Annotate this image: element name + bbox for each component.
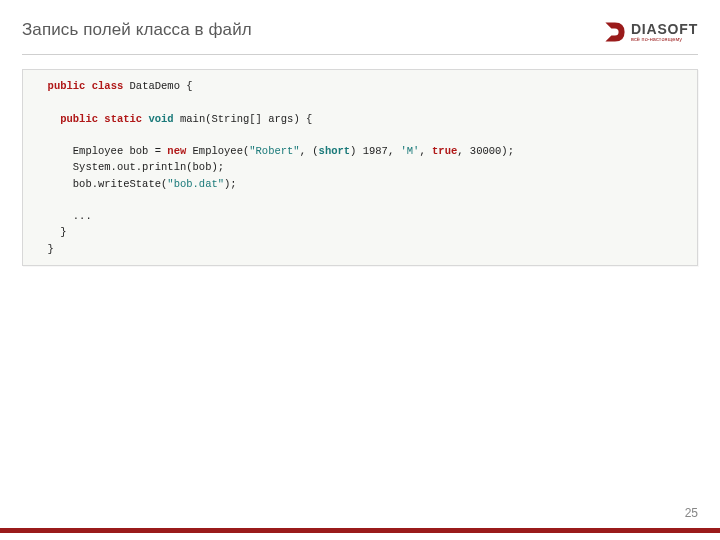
code-text: } bbox=[60, 226, 66, 238]
code-text: ) 1987, bbox=[350, 145, 400, 157]
keyword: true bbox=[432, 145, 457, 157]
code-text: , ( bbox=[300, 145, 319, 157]
header-divider bbox=[22, 54, 698, 55]
code-block: public class DataDemo { public static vo… bbox=[22, 69, 698, 266]
code-text: Employee bob = bbox=[73, 145, 168, 157]
code-text: main(String[] args) { bbox=[174, 113, 313, 125]
bottom-edge bbox=[0, 533, 720, 540]
slide-title: Запись полей класса в файл bbox=[22, 20, 252, 40]
keyword: public bbox=[60, 113, 98, 125]
code-text: Employee( bbox=[186, 145, 249, 157]
header: Запись полей класса в файл DIASOFT всё п… bbox=[0, 0, 720, 52]
string-literal: "Robert" bbox=[249, 145, 299, 157]
keyword: new bbox=[167, 145, 186, 157]
char-literal: 'M' bbox=[401, 145, 420, 157]
keyword: class bbox=[92, 80, 124, 92]
logo-subtext: всё по-настоящему bbox=[631, 37, 698, 43]
code-text: System.out.println(bob); bbox=[73, 161, 224, 173]
logo-mark-icon bbox=[603, 20, 627, 44]
page-number: 25 bbox=[685, 506, 698, 520]
string-literal: "bob.dat" bbox=[167, 178, 224, 190]
code-text: } bbox=[48, 243, 54, 255]
logo: DIASOFT всё по-настоящему bbox=[603, 20, 698, 44]
code-text: ... bbox=[73, 210, 92, 222]
code-text: ); bbox=[224, 178, 237, 190]
keyword: void bbox=[148, 113, 173, 125]
logo-text: DIASOFT bbox=[631, 22, 698, 36]
keyword: public bbox=[48, 80, 86, 92]
keyword: short bbox=[319, 145, 351, 157]
code-text: DataDemo { bbox=[123, 80, 192, 92]
code-text: bob.writeState( bbox=[73, 178, 168, 190]
code-text: , 30000); bbox=[457, 145, 514, 157]
keyword: static bbox=[104, 113, 142, 125]
code-text: , bbox=[419, 145, 432, 157]
